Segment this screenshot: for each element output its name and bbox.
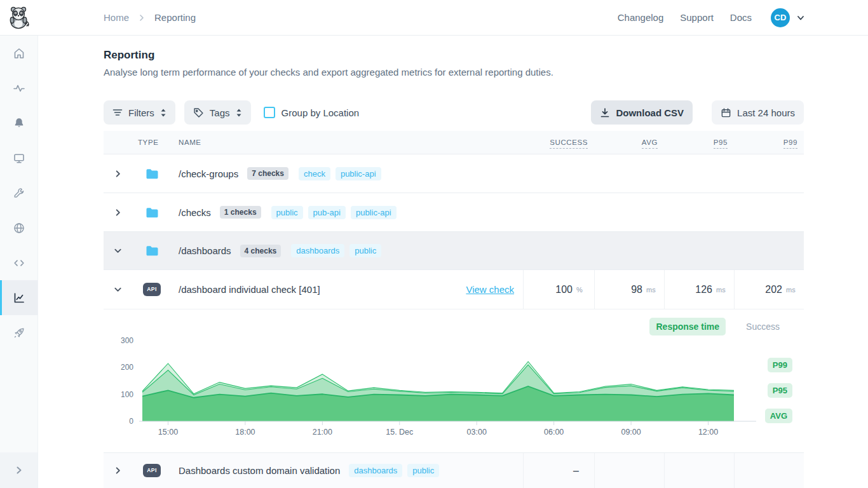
- expand-toggle[interactable]: [104, 285, 132, 294]
- sidebar-item-monitoring[interactable]: [0, 71, 37, 105]
- breadcrumb-home-link[interactable]: Home: [104, 12, 129, 23]
- sidebar-item-alerts[interactable]: [0, 105, 37, 140]
- changelog-link[interactable]: Changelog: [618, 12, 664, 23]
- header-p95[interactable]: P95: [664, 139, 734, 146]
- expand-toggle[interactable]: [104, 208, 132, 217]
- check-name[interactable]: /dashboard individual check [401]: [179, 284, 320, 295]
- chart-icon: [13, 292, 25, 304]
- group-name[interactable]: /check-groups: [179, 168, 238, 179]
- table-row-check-groups[interactable]: /check-groups 7 checks check public-api: [104, 154, 804, 193]
- expand-toggle[interactable]: [104, 170, 132, 178]
- avg-cell: [594, 453, 664, 488]
- pulse-icon: [13, 82, 25, 95]
- download-csv-label: Download CSV: [616, 107, 684, 118]
- monitor-icon: [13, 152, 25, 165]
- name-cell: /check-groups 7 checks check public-api: [172, 167, 523, 180]
- sidebar-item-quickstart[interactable]: [0, 315, 37, 350]
- toolbar-right: Download CSV Last 24 hours: [591, 100, 804, 125]
- check-count-badge: 1 checks: [220, 206, 261, 219]
- globe-icon: [13, 222, 25, 234]
- tag-badge[interactable]: dashboards: [291, 244, 344, 257]
- svg-text:18:00: 18:00: [235, 428, 255, 437]
- table-row-custom-domain-validation[interactable]: API Dashboards custom domain validation …: [104, 453, 804, 488]
- raccoon-logo-icon: [7, 6, 31, 30]
- area-chart-canvas: 15:0018:0021:0015. Dec03:0006:0009:0012:…: [104, 337, 804, 444]
- table-row-dashboard-individual-check[interactable]: API /dashboard individual check [401] Vi…: [104, 270, 804, 309]
- header-avg[interactable]: Avg: [594, 139, 664, 146]
- type-cell: [132, 245, 172, 257]
- group-by-location-checkbox[interactable]: [264, 107, 275, 118]
- app-logo[interactable]: [0, 6, 38, 30]
- expand-toggle[interactable]: [104, 247, 132, 255]
- filters-label: Filters: [128, 107, 154, 118]
- type-cell: [132, 207, 172, 219]
- nav-right: Changelog Support Docs CD: [618, 8, 868, 27]
- name-cell: /dashboards 4 checks dashboards public: [172, 244, 523, 257]
- download-icon: [600, 107, 610, 118]
- table-header: Type Name Success Avg P95 P99: [104, 131, 804, 154]
- sidebar-item-private-locations[interactable]: [0, 210, 37, 245]
- tag-badge[interactable]: dashboards: [349, 464, 402, 477]
- tag-badge[interactable]: pub-api: [308, 206, 346, 219]
- support-link[interactable]: Support: [680, 12, 714, 23]
- tab-response-time[interactable]: Response time: [649, 318, 726, 336]
- svg-text:12:00: 12:00: [698, 428, 718, 437]
- svg-text:15. Dec: 15. Dec: [386, 428, 413, 437]
- svg-text:09:00: 09:00: [621, 428, 641, 437]
- group-name[interactable]: /checks: [179, 207, 211, 218]
- header-success[interactable]: Success: [523, 139, 594, 146]
- tags-button[interactable]: Tags: [184, 100, 251, 125]
- chevron-down-icon[interactable]: [796, 13, 805, 22]
- code-icon: [13, 257, 25, 269]
- tag-badge[interactable]: public-api: [336, 167, 381, 180]
- checks-table: Type Name Success Avg P95 P99 /check-gro…: [104, 131, 804, 488]
- sidebar-item-home[interactable]: [0, 36, 37, 71]
- sidebar-item-reporting[interactable]: [0, 280, 37, 315]
- chevron-down-icon: [114, 285, 122, 294]
- group-by-location-toggle[interactable]: Group by Location: [264, 107, 360, 118]
- table-row-dashboards[interactable]: /dashboards 4 checks dashboards public: [104, 232, 804, 270]
- date-range-button[interactable]: Last 24 hours: [712, 100, 804, 125]
- view-check-link[interactable]: View check: [466, 284, 514, 295]
- header-p99[interactable]: P99: [734, 139, 804, 146]
- svg-text:200: 200: [121, 363, 133, 372]
- sidebar-item-maintenance[interactable]: [0, 175, 37, 210]
- tag-icon: [193, 107, 204, 118]
- bell-icon: [13, 117, 25, 130]
- avatar[interactable]: CD: [771, 8, 790, 27]
- tag-badge[interactable]: check: [299, 167, 330, 180]
- legend-p95[interactable]: P95: [768, 383, 792, 398]
- rocket-icon: [13, 327, 25, 339]
- legend-avg[interactable]: AVG: [765, 409, 792, 423]
- breadcrumb: Home Reporting: [104, 12, 196, 23]
- p99-cell: 202ms: [734, 270, 804, 309]
- legend-p99[interactable]: P99: [768, 358, 792, 372]
- chevron-right-icon: [114, 466, 122, 475]
- tag-badge[interactable]: public: [349, 244, 381, 257]
- sidebar-collapse-button[interactable]: [0, 452, 37, 488]
- sidebar-item-dashboards[interactable]: [0, 140, 37, 175]
- sidebar-item-snippets[interactable]: [0, 245, 37, 280]
- svg-text:300: 300: [121, 337, 133, 345]
- breadcrumb-chevron-icon: [138, 14, 146, 22]
- check-name[interactable]: Dashboards custom domain validation: [179, 465, 340, 476]
- api-type-badge: API: [143, 464, 161, 477]
- success-cell: –: [523, 453, 594, 488]
- docs-link[interactable]: Docs: [730, 12, 752, 23]
- expand-toggle[interactable]: [104, 466, 132, 475]
- account-menu[interactable]: CD: [771, 8, 805, 27]
- chevron-right-icon: [114, 208, 122, 217]
- sidebar: [0, 36, 38, 488]
- chart-tabs: Response time Success: [649, 318, 786, 336]
- sort-arrows-icon: [236, 109, 242, 117]
- table-row-checks[interactable]: /checks 1 checks public pub-api public-a…: [104, 193, 804, 232]
- tag-badge[interactable]: public: [271, 206, 303, 219]
- group-name[interactable]: /dashboards: [179, 245, 231, 256]
- group-by-location-label: Group by Location: [281, 107, 360, 118]
- wrench-icon: [13, 187, 25, 199]
- tab-success[interactable]: Success: [740, 318, 786, 336]
- tag-badge[interactable]: public: [407, 464, 439, 477]
- filters-button[interactable]: Filters: [104, 100, 175, 125]
- download-csv-button[interactable]: Download CSV: [591, 100, 693, 125]
- tag-badge[interactable]: public-api: [351, 206, 397, 219]
